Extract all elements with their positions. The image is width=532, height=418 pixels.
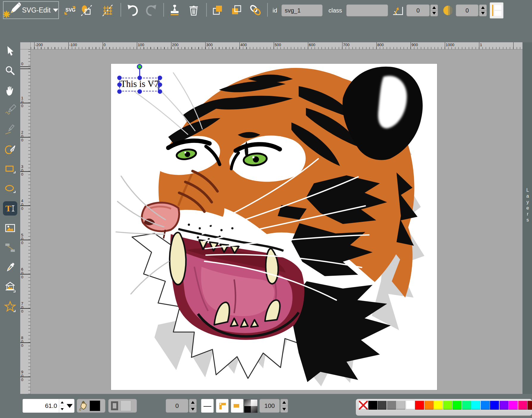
- zoom-down-arrow[interactable]: [59, 406, 65, 413]
- stroke-color-swatch[interactable]: [121, 400, 131, 411]
- undo-button[interactable]: [126, 4, 139, 17]
- move-to-bottom-button[interactable]: [230, 4, 243, 17]
- toolbar-separator: [206, 3, 207, 17]
- grid-snap-button[interactable]: [101, 4, 114, 17]
- star-tool[interactable]: [3, 300, 17, 314]
- zoom-level-value[interactable]: 61.0: [23, 399, 59, 413]
- palette-swatch[interactable]: [443, 401, 452, 410]
- drawing-canvas[interactable]: [111, 64, 437, 390]
- palette-swatch[interactable]: [481, 401, 490, 410]
- zoom-up-arrow[interactable]: [59, 399, 65, 406]
- opacity-up-arrow[interactable]: [281, 399, 288, 406]
- rotation-handle[interactable]: [137, 64, 142, 69]
- palette-swatch[interactable]: [490, 401, 499, 410]
- opacity-checker-icon[interactable]: [244, 399, 258, 413]
- stroke-width-input[interactable]: [166, 399, 188, 413]
- linejoin-button[interactable]: [216, 399, 229, 413]
- connector-tool[interactable]: [3, 241, 17, 255]
- selection-handle-s[interactable]: [137, 89, 142, 94]
- angle-up-arrow[interactable]: [431, 5, 438, 10]
- path-tool[interactable]: [3, 142, 17, 157]
- rotation-angle-spinner[interactable]: [430, 4, 438, 16]
- pencil-tool[interactable]: [3, 103, 17, 117]
- image-tool[interactable]: [3, 221, 17, 235]
- eyedropper-tool[interactable]: [3, 260, 17, 274]
- selection-handle-nw[interactable]: [117, 76, 122, 80]
- selection-handle-sw[interactable]: [117, 89, 122, 94]
- line-tool[interactable]: [3, 123, 17, 137]
- stroke-style-value: —: [204, 401, 211, 411]
- toolbar-separator: [267, 3, 268, 17]
- select-tool[interactable]: [3, 44, 17, 58]
- palette-swatch[interactable]: [406, 401, 415, 410]
- layers-panel-toggle[interactable]: Layers: [522, 42, 532, 394]
- shape-library-tool[interactable]: [3, 280, 17, 294]
- opacity-input[interactable]: [259, 399, 280, 413]
- edit-source-button[interactable]: SVG: [63, 4, 77, 17]
- stroke-width-spinner[interactable]: [189, 399, 197, 413]
- selection-handle-n[interactable]: [137, 76, 142, 80]
- palette-swatch[interactable]: [500, 401, 508, 410]
- linecap-button[interactable]: [231, 399, 243, 413]
- pen-path-icon: [4, 144, 16, 155]
- magnifier-icon: [4, 65, 16, 77]
- palette-swatch[interactable]: [509, 401, 518, 410]
- selection-handle-w[interactable]: [117, 82, 122, 87]
- blur-amount-input[interactable]: [456, 4, 478, 16]
- color-palette: [356, 399, 532, 416]
- make-link-button[interactable]: [249, 4, 262, 17]
- palette-swatch[interactable]: [396, 401, 405, 410]
- opacity-down-arrow[interactable]: [281, 406, 288, 413]
- palette-swatch[interactable]: [415, 401, 424, 410]
- redo-button[interactable]: [145, 4, 158, 17]
- blur-down-arrow[interactable]: [479, 10, 486, 16]
- element-id-input[interactable]: [281, 4, 323, 16]
- app-title: SVG-Edit: [22, 6, 51, 14]
- canvas-text-element[interactable]: This is V7: [121, 79, 159, 89]
- blur-up-arrow[interactable]: [479, 5, 486, 10]
- palette-swatch[interactable]: [425, 401, 434, 410]
- rotation-angle-input[interactable]: [406, 4, 430, 16]
- main-menu-caret-icon: [53, 9, 58, 12]
- horizontal-ruler: -200 -100 0 100 200 300 400 500 600 700 …: [31, 42, 522, 49]
- angle-down-arrow[interactable]: [431, 10, 438, 16]
- wireframe-mode-button[interactable]: [80, 4, 93, 17]
- stroke-style-button[interactable]: —: [201, 399, 214, 413]
- panel-preview-icon[interactable]: [490, 2, 503, 18]
- flyout-arrow-icon: [13, 290, 15, 292]
- zoom-widget: 61.0: [23, 399, 74, 413]
- palette-swatch[interactable]: [528, 401, 532, 410]
- palette-swatch[interactable]: [378, 401, 387, 410]
- zoom-spinner: [59, 399, 65, 413]
- stroke-width-down-arrow[interactable]: [189, 406, 196, 413]
- rectangle-tool[interactable]: [3, 162, 17, 176]
- zoom-dropdown-button[interactable]: [65, 399, 74, 413]
- eyedropper-icon: [4, 261, 16, 273]
- blur-spinner[interactable]: [479, 4, 487, 16]
- ellipse-tool[interactable]: [3, 182, 17, 196]
- pan-tool[interactable]: [3, 83, 17, 98]
- selection-handle-se[interactable]: [158, 89, 162, 94]
- text-tool[interactable]: T: [3, 201, 17, 216]
- element-class-input[interactable]: [346, 4, 388, 16]
- palette-swatch[interactable]: [453, 401, 461, 410]
- toolbar-separator: [121, 3, 121, 17]
- selection-handle-e[interactable]: [158, 82, 162, 87]
- fill-color-swatch[interactable]: [90, 400, 100, 411]
- opacity-spinner[interactable]: [280, 399, 288, 413]
- selection-handle-ne[interactable]: [158, 76, 162, 80]
- text-tool-icon: T: [4, 202, 16, 214]
- move-to-top-button[interactable]: [211, 4, 225, 17]
- palette-swatch[interactable]: [387, 401, 396, 410]
- delete-button[interactable]: [187, 4, 201, 17]
- clone-stamp-button[interactable]: [168, 4, 181, 17]
- stroke-width-up-arrow[interactable]: [189, 399, 196, 406]
- palette-swatch[interactable]: [434, 401, 443, 410]
- palette-swatch[interactable]: [368, 401, 377, 410]
- zoom-tool[interactable]: [3, 64, 17, 78]
- palette-swatch[interactable]: [518, 401, 527, 410]
- palette-swatch-none[interactable]: [359, 401, 368, 410]
- palette-swatch[interactable]: [471, 401, 480, 410]
- palette-swatch[interactable]: [462, 401, 471, 410]
- main-menu-button[interactable]: SVG-Edit: [3, 1, 59, 19]
